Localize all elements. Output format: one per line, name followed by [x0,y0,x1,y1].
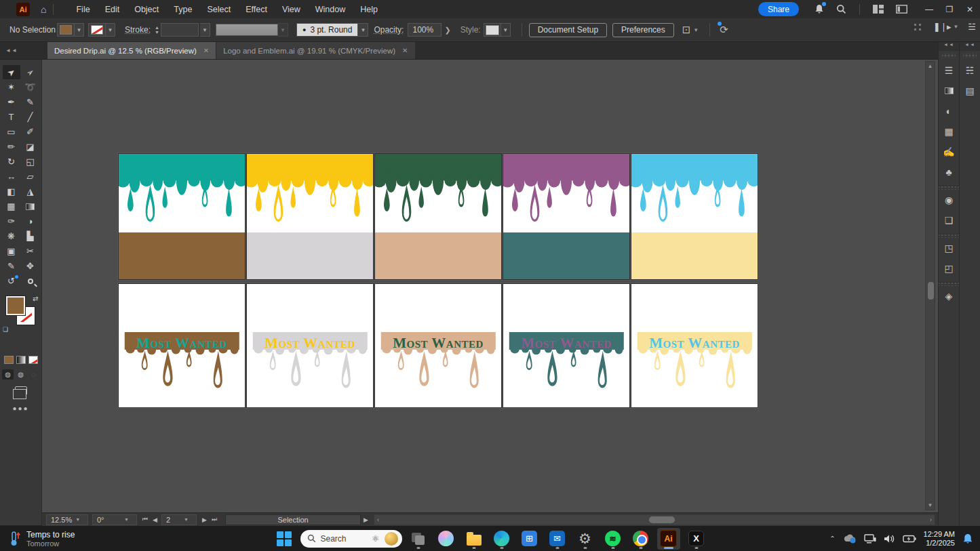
document-setup-button[interactable]: Document Setup [529,23,607,37]
close-button[interactable]: ✕ [960,2,980,17]
color-panel-icon[interactable]: ◉ [939,190,959,210]
eyedropper-tool[interactable]: ✑ [3,214,20,228]
weather-widget[interactable]: Temps to rise Tomorrow [9,530,159,548]
symbol-sprayer-tool[interactable]: ❋ [3,229,20,243]
vertical-scrollbar[interactable]: ▲ ▼ [925,61,935,510]
stroke-weight-stepper[interactable]: ▲▼ [155,25,159,35]
artboard-bottom-3[interactable]: Most Wanted [375,284,501,407]
minimize-button[interactable]: — [919,2,939,17]
lasso-tool[interactable]: ➰ [22,80,39,94]
paintbrush-tool[interactable]: ✐ [22,125,39,139]
artboard-bottom-5[interactable]: Most Wanted [631,284,758,407]
toolbar-collapse-icon[interactable]: ◄◄ [0,42,47,59]
menu-help[interactable]: Help [353,5,385,14]
horizontal-scrollbar[interactable]: ‹ › [374,514,935,525]
artboard-top-2[interactable] [247,154,373,279]
opacity-label[interactable]: Opacity: [374,25,404,35]
scroll-down-arrow[interactable]: ▼ [928,502,933,508]
taskbar-app-illustrator[interactable]: Ai [657,528,680,550]
artboards-panel-icon[interactable]: ◰ [939,258,959,279]
graphic-style-dropdown[interactable]: ▼ [484,23,511,37]
scale-tool[interactable]: ◱ [22,155,39,169]
taskbar-app-spotify[interactable]: ≋ [602,528,625,550]
rotate-view-tool[interactable]: ↺ [3,274,20,288]
taskbar-app-copilot[interactable] [435,528,458,550]
first-artboard-button[interactable]: ⏮ [142,516,148,523]
stroke-weight-chevron[interactable]: ▼ [200,23,210,37]
draw-normal-button[interactable]: ◍ [2,369,14,380]
taskbar-clock[interactable]: 12:29 AM 1/2/2025 [924,530,955,548]
artboard-top-4[interactable] [503,154,629,279]
search-icon[interactable] [836,4,846,14]
prev-artboard-button[interactable]: ◀ [153,516,157,523]
taskbar-app-chrome[interactable] [629,528,652,550]
taskbar-app-microsoft-store[interactable]: ⊞ [518,528,541,550]
adjustments-panel-icon[interactable]: ☵ [960,60,980,81]
tab-logo-and-emblem[interactable]: Logo and Emblem.ai @ 19.91 % (CMYK/Previ… [216,42,414,59]
zoom-tool[interactable] [22,274,39,288]
artboard-top-5[interactable] [631,154,758,279]
horizontal-scroll-thumb[interactable] [649,516,675,523]
status-expand-arrow[interactable]: ▶ [364,516,368,523]
panel-menu-icon[interactable]: ☱ [968,22,976,32]
battery-icon[interactable] [903,535,916,543]
home-icon[interactable]: ⌂ [41,4,46,15]
tray-overflow-chevron[interactable]: ⌃ [829,535,835,542]
pen-tool[interactable]: ✒ [3,95,20,109]
menu-object[interactable]: Object [127,5,166,14]
type-tool[interactable]: T [3,110,20,124]
scroll-right-arrow[interactable]: › [930,516,932,523]
taskbar-app-file-explorer[interactable] [463,528,486,550]
menu-window[interactable]: Window [308,5,353,14]
rectangle-tool[interactable]: ▭ [3,125,20,139]
layers-panel-icon[interactable]: ◈ [939,286,959,306]
brush-definition-dropdown[interactable]: ● 3 pt. Round [296,23,358,37]
curvature-tool[interactable]: ✎ [22,95,39,109]
restore-button[interactable]: ❐ [939,2,960,17]
taskbar-app-edge[interactable] [490,528,513,550]
onedrive-icon[interactable] [843,534,857,544]
variable-width-profile[interactable] [216,24,278,36]
gradient-tool[interactable] [22,199,39,213]
artboard-bottom-1[interactable]: Most Wanted [119,284,245,407]
line-segment-tool[interactable]: ╱ [22,110,39,124]
align-to-selection-icon[interactable]: ⊡ [682,24,691,36]
taskbar-app-outlook[interactable]: ✉ [546,528,569,550]
transparency-panel-icon[interactable]: ◐ [939,101,959,121]
direct-selection-tool[interactable]: ➢ [22,65,39,79]
pencil-tool[interactable]: ✎ [3,259,20,273]
workspace-chevron[interactable]: ▼ [953,24,958,30]
taskbar-app-capcut[interactable]: X [685,528,708,550]
perspective-grid-tool[interactable]: ◮ [22,184,39,199]
stroke-label[interactable]: Stroke: [125,25,151,35]
artboard-bottom-4[interactable]: Most Wanted [503,284,629,407]
opacity-field[interactable]: 100% [408,23,442,37]
last-artboard-button[interactable]: ⏭ [212,516,217,523]
vertical-scroll-thumb[interactable] [928,282,934,300]
cloud-sync-icon[interactable]: ⟳ [720,24,728,36]
color-mode-button[interactable] [4,356,14,364]
symbols-panel-icon[interactable]: ♣ [939,162,959,182]
rotation-dropdown[interactable]: 0°▼ [92,514,137,525]
taskbar-app-settings[interactable]: ⚙ [574,528,597,550]
edit-toolbar-button[interactable]: ●●● [0,405,41,412]
width-tool[interactable]: ↔ [3,169,20,184]
network-icon[interactable] [864,534,876,544]
taskbar-app-task-view[interactable] [407,528,430,550]
document-layout-icon[interactable] [896,5,907,14]
artboard-top-1[interactable] [119,154,245,279]
slice-tool[interactable]: ✂ [22,244,39,258]
dock-collapse-icon[interactable]: ◄◄ [939,42,959,51]
pathfinder-panel-icon[interactable]: ❏ [939,210,959,230]
menu-select[interactable]: Select [199,5,238,14]
width-profile-chevron[interactable]: ▼ [278,23,288,37]
notification-bell-icon[interactable] [962,533,973,544]
stroke-weight-field[interactable] [161,23,199,37]
menu-effect[interactable]: Effect [238,5,275,14]
selection-tool[interactable]: ➤ [3,65,20,79]
opacity-expand-arrow[interactable]: ❯ [444,26,450,35]
draw-inside-button[interactable]: ◌ [28,369,39,380]
swatches-panel-icon[interactable]: ▦ [939,121,959,142]
mesh-tool[interactable]: ▦ [3,199,20,213]
none-mode-button[interactable] [28,356,38,364]
